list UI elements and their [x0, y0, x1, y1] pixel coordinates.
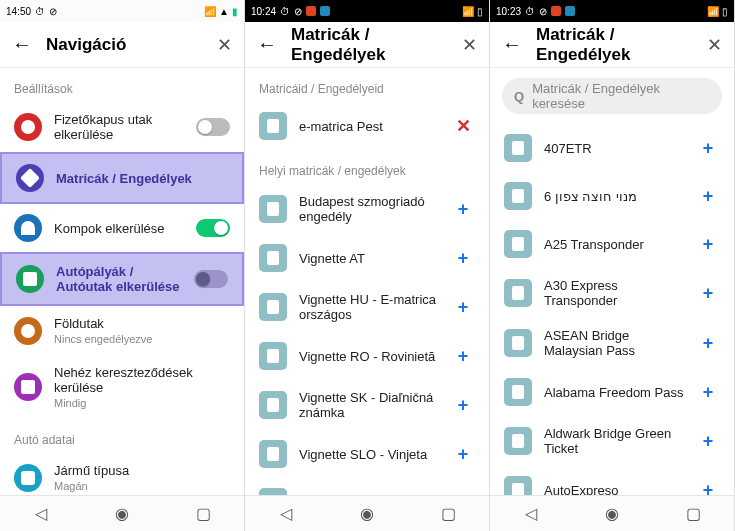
app-badge-icon — [551, 6, 561, 16]
list-item[interactable]: Vignette SK - Diaľničná známka+ — [245, 380, 489, 430]
vignette-search-list[interactable]: Q Matricák / Engedélyek keresése 407ETR+… — [490, 68, 734, 495]
nav-back[interactable]: ◁ — [31, 504, 51, 524]
row-toll[interactable]: Fizetőkapus utak elkerülése — [0, 102, 244, 152]
nav-recent[interactable]: ▢ — [193, 504, 213, 524]
vignette-icon — [16, 164, 44, 192]
add-button[interactable]: + — [696, 184, 720, 208]
row-vignettes[interactable]: Matricák / Engedélyek — [0, 152, 244, 204]
status-bar: 10:23 ⏱ ⊘ 📶 ▯ — [490, 0, 734, 22]
item-label: Vignette AT — [299, 251, 439, 266]
nav-home[interactable]: ◉ — [602, 504, 622, 524]
add-button[interactable]: + — [451, 295, 475, 319]
pass-icon — [504, 230, 532, 258]
label: Nehéz kereszteződések kerülése — [54, 365, 230, 395]
add-button[interactable]: + — [696, 478, 720, 495]
list-item[interactable]: A30 Express Transponder+ — [490, 268, 734, 318]
wifi-icon: ▲ — [219, 6, 229, 17]
app-badge-icon — [320, 6, 330, 16]
motorway-icon — [16, 265, 44, 293]
nav-home[interactable]: ◉ — [357, 504, 377, 524]
list-item[interactable]: ASEAN Bridge Malaysian Pass+ — [490, 318, 734, 368]
list-item[interactable]: e-matrica Pest✕ — [245, 102, 489, 150]
pass-icon — [259, 112, 287, 140]
back-button[interactable]: ← — [12, 33, 32, 56]
item-label: Vignette HU - E-matrica országos — [299, 292, 439, 322]
status-time: 10:24 — [251, 6, 276, 17]
label: Matricák / Engedélyek — [56, 171, 228, 186]
list-item[interactable]: Aldwark Bridge Green Ticket+ — [490, 416, 734, 466]
label: Kompok elkerülése — [54, 221, 184, 236]
list-item[interactable]: Vignette HU - E-matrica országos+ — [245, 282, 489, 332]
add-button[interactable]: + — [696, 331, 720, 355]
junction-icon — [14, 373, 42, 401]
close-button[interactable]: ✕ — [462, 34, 477, 56]
ferry-icon — [14, 214, 42, 242]
back-button[interactable]: ← — [502, 33, 522, 56]
row-junctions[interactable]: Nehéz kereszteződések kerülése Mindig — [0, 355, 244, 419]
page-title: Navigáció — [46, 35, 203, 55]
phone-1: 14:50 ⏱ ⊘ 📶 ▲ ▮ ← Navigáció ✕ Beállításo… — [0, 0, 245, 531]
status-time: 14:50 — [6, 6, 31, 17]
toggle-toll[interactable] — [196, 118, 230, 136]
add-button[interactable]: + — [696, 429, 720, 453]
status-bar: 14:50 ⏱ ⊘ 📶 ▲ ▮ — [0, 0, 244, 22]
add-button[interactable]: + — [451, 393, 475, 417]
add-button[interactable]: + — [696, 136, 720, 160]
signal-icon: 📶 — [204, 6, 216, 17]
vignette-list[interactable]: Matricáid / Engedélyeid e-matrica Pest✕ … — [245, 68, 489, 495]
list-item[interactable]: 6 מנוי חוצה צפון+ — [490, 172, 734, 220]
back-button[interactable]: ← — [257, 33, 277, 56]
list-item[interactable]: 407ETR+ — [490, 124, 734, 172]
toggle-ferries[interactable] — [196, 219, 230, 237]
list-item[interactable]: Budapest szmogriadó engedély+ — [245, 184, 489, 234]
item-label: Vignette RO - Rovinietă — [299, 349, 439, 364]
dnd-icon: ⊘ — [539, 6, 547, 17]
close-button[interactable]: ✕ — [707, 34, 722, 56]
row-dirt[interactable]: Földutak Nincs engedélyezve — [0, 306, 244, 355]
list-item[interactable]: A25 Transponder+ — [490, 220, 734, 268]
item-label: 6 מנוי חוצה צפון — [544, 189, 684, 204]
alarm-icon: ⏱ — [280, 6, 290, 17]
add-button[interactable]: + — [451, 442, 475, 466]
add-button[interactable]: + — [696, 232, 720, 256]
add-button[interactable]: + — [696, 281, 720, 305]
nav-recent[interactable]: ▢ — [438, 504, 458, 524]
nav-back[interactable]: ◁ — [521, 504, 541, 524]
page-title: Matricák / Engedélyek — [291, 25, 448, 65]
add-button[interactable]: + — [696, 380, 720, 404]
signal-icon: 📶 — [462, 6, 474, 17]
remove-button[interactable]: ✕ — [451, 114, 475, 138]
alarm-icon: ⏱ — [35, 6, 45, 17]
item-label: A25 Transponder — [544, 237, 684, 252]
add-button[interactable]: + — [451, 246, 475, 270]
item-label: A30 Express Transponder — [544, 278, 684, 308]
row-ferries[interactable]: Kompok elkerülése — [0, 204, 244, 252]
nav-back[interactable]: ◁ — [276, 504, 296, 524]
section-header-car: Autó adatai — [0, 419, 244, 453]
search-input[interactable]: Q Matricák / Engedélyek keresése — [502, 78, 722, 114]
close-button[interactable]: ✕ — [217, 34, 232, 56]
section-header-settings: Beállítások — [0, 68, 244, 102]
list-item[interactable]: Alabama Freedom Pass+ — [490, 368, 734, 416]
add-button[interactable]: + — [451, 197, 475, 221]
add-button[interactable]: + — [451, 344, 475, 368]
pass-icon — [504, 134, 532, 162]
row-vehicle[interactable]: Jármű típusa Magán — [0, 453, 244, 495]
nav-recent[interactable]: ▢ — [683, 504, 703, 524]
pass-icon — [504, 279, 532, 307]
list-item[interactable]: Vignette RO - Rovinietă+ — [245, 332, 489, 380]
list-item[interactable]: Vignette AT+ — [245, 234, 489, 282]
nav-bar: ◁ ◉ ▢ — [490, 495, 734, 531]
toggle-motorways[interactable] — [194, 270, 228, 288]
list-item[interactable]: AutoExpreso+ — [490, 466, 734, 495]
settings-list[interactable]: Beállítások Fizetőkapus utak elkerülése … — [0, 68, 244, 495]
label: Jármű típusa — [54, 463, 230, 478]
search-placeholder: Matricák / Engedélyek keresése — [532, 81, 710, 111]
row-motorways[interactable]: Autópályák / Autóutak elkerülése — [0, 252, 244, 306]
item-label: Vignette SLO - Vinjeta — [299, 447, 439, 462]
list-item[interactable]: Vignette SLO - Vinjeta+ — [245, 430, 489, 478]
nav-home[interactable]: ◉ — [112, 504, 132, 524]
list-item[interactable]: e-matrica Baranya+ — [245, 478, 489, 495]
status-time: 10:23 — [496, 6, 521, 17]
pass-icon — [504, 476, 532, 495]
